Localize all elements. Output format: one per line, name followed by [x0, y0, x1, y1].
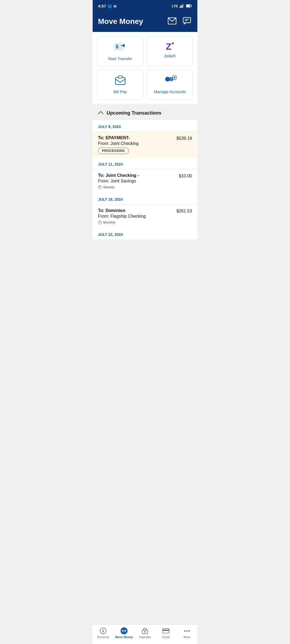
- zelle-z-letter: Z: [166, 42, 172, 51]
- mail-button[interactable]: [167, 16, 177, 26]
- recurrence-label-weekly: Weekly: [98, 185, 179, 189]
- nav-deposits[interactable]: Deposits: [135, 627, 155, 639]
- transaction-details-3: To: Dominion From: Flagship Checking Mon…: [98, 208, 176, 224]
- transaction-to-2: To: Joint Checking -: [98, 173, 179, 178]
- dot-1: [184, 630, 186, 632]
- processing-badge: PROCESSING: [98, 148, 129, 154]
- move-money-icon-svg: [121, 626, 128, 635]
- svg-rect-29: [163, 630, 169, 631]
- svg-rect-15: [115, 78, 125, 85]
- clock-icon: [98, 185, 102, 189]
- manage-accounts-svg: [163, 75, 177, 86]
- move-money-nav-icon: [121, 627, 128, 634]
- date-label-july8: JULY 8, 2024: [93, 120, 197, 131]
- transaction-to: To: EPAYMENT-: [98, 136, 176, 140]
- start-transfer-label: Start Transfer: [108, 56, 132, 61]
- svg-rect-2: [182, 5, 183, 8]
- status-right: LTE: [172, 4, 192, 8]
- svg-rect-3: [183, 4, 184, 8]
- accounts-nav-label: Accounts: [97, 635, 109, 639]
- transaction-to-3: To: Dominion: [98, 208, 176, 213]
- nav-move-money[interactable]: Move Money: [114, 627, 135, 639]
- transaction-row-joint-checking[interactable]: To: Joint Checking - From: Joint Savings…: [93, 169, 197, 193]
- signal-icon: [180, 4, 184, 8]
- svg-rect-0: [180, 6, 180, 8]
- transaction-row-epayment[interactable]: To: EPAYMENT- From: Joint Checking PROCE…: [93, 131, 197, 158]
- dot-3: [189, 630, 190, 632]
- chat-icon: [183, 17, 191, 25]
- move-money-nav-label: Move Money: [115, 635, 133, 639]
- svg-rect-16: [118, 76, 122, 78]
- upcoming-title: Upcoming Transactions: [107, 110, 161, 116]
- bill-pay-svg: [114, 75, 126, 86]
- battery-icon: [186, 4, 192, 8]
- svg-text:$: $: [115, 44, 118, 49]
- accounts-icon-svg: $: [100, 627, 107, 635]
- manage-accounts-label: Manage Accounts: [154, 89, 186, 94]
- recurrence-label-monthly: Monthly: [98, 220, 176, 224]
- svg-rect-6: [191, 5, 192, 6]
- transaction-row-dominion[interactable]: To: Dominion From: Flagship Checking Mon…: [93, 204, 197, 228]
- cards-icon-svg: [162, 628, 169, 634]
- more-nav-label: More: [183, 635, 190, 639]
- main-content: $ Start Transfer Z Zelle®: [93, 32, 197, 261]
- accounts-nav-icon: $: [100, 627, 107, 634]
- zelle-label: Zelle®: [164, 54, 176, 58]
- nav-accounts[interactable]: $ Accounts: [93, 627, 114, 639]
- header-actions: [167, 16, 192, 27]
- transfer-svg: $: [113, 42, 127, 53]
- action-grid: $ Start Transfer Z Zelle®: [93, 32, 197, 104]
- deposits-nav-label: Deposits: [139, 635, 151, 639]
- deposits-nav-icon: [142, 627, 148, 634]
- svg-marker-11: [184, 23, 186, 25]
- page-header: Move Money: [93, 12, 197, 32]
- transaction-amount-3: $261.53: [176, 208, 192, 214]
- zelle-icon: Z: [166, 42, 174, 51]
- more-dots: [184, 630, 190, 632]
- globe-icon: [108, 4, 112, 8]
- bill-pay-icon: [114, 75, 126, 87]
- svg-rect-8: [183, 17, 191, 23]
- svg-point-27: [144, 631, 146, 633]
- upcoming-header[interactable]: Upcoming Transactions: [93, 106, 197, 120]
- manage-accounts-icon: [163, 75, 177, 87]
- zelle-dot: [172, 42, 174, 44]
- chat-button[interactable]: [182, 16, 192, 27]
- svg-rect-12: [114, 43, 124, 50]
- dot-2: [186, 630, 188, 632]
- recurrence-text-monthly: Monthly: [103, 220, 115, 224]
- date-label-july18: JULY 18, 2024: [93, 193, 197, 204]
- svg-rect-1: [181, 5, 182, 8]
- manage-accounts-card[interactable]: Manage Accounts: [147, 70, 193, 100]
- svg-rect-26: [144, 628, 146, 630]
- transaction-details-2: To: Joint Checking - From: Joint Savings…: [98, 173, 179, 189]
- page-title: Move Money: [98, 17, 143, 26]
- svg-text:$: $: [102, 629, 104, 633]
- date-label-july11: JULY 11, 2024: [93, 158, 197, 169]
- clock-icon-2: [98, 221, 102, 224]
- deposits-icon-svg: [142, 627, 148, 635]
- recurrence-text-weekly: Weekly: [103, 185, 114, 189]
- time-display: 4:57: [98, 4, 106, 8]
- bill-pay-card[interactable]: Bill Pay: [97, 70, 143, 100]
- bill-pay-label: Bill Pay: [113, 89, 127, 94]
- bottom-nav: $ Accounts Move Money Deposits: [93, 624, 197, 644]
- status-bar: 4:57 LTE: [93, 0, 197, 12]
- transactions-list: JULY 8, 2024 To: EPAYMENT- From: Joint C…: [93, 120, 197, 239]
- collapse-icon[interactable]: [98, 111, 103, 116]
- gmail-icon: [114, 4, 117, 8]
- cards-nav-label: Cards: [162, 635, 170, 639]
- start-transfer-card[interactable]: $ Start Transfer: [97, 36, 143, 67]
- cards-nav-icon: [162, 627, 169, 634]
- nav-more[interactable]: More: [176, 627, 197, 639]
- mail-icon: [168, 17, 176, 24]
- transaction-details: To: EPAYMENT- From: Joint Checking PROCE…: [98, 136, 176, 154]
- network-label: LTE: [172, 4, 178, 8]
- date-label-july22: JULY 22, 2024: [93, 228, 197, 239]
- nav-cards[interactable]: Cards: [155, 627, 176, 639]
- more-nav-icon: [183, 627, 190, 634]
- status-left: 4:57: [98, 4, 117, 8]
- svg-rect-5: [186, 5, 190, 7]
- zelle-card[interactable]: Z Zelle®: [147, 36, 193, 67]
- transaction-amount: $539.19: [176, 136, 192, 141]
